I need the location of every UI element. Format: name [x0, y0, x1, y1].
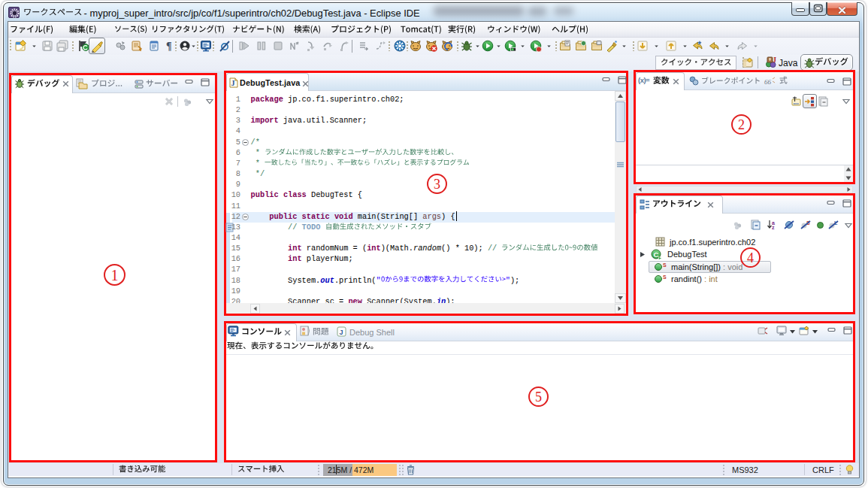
svg-text:S: S [663, 274, 667, 280]
svg-text:J: J [340, 329, 343, 336]
svg-text:66: 66 [764, 78, 772, 86]
svg-text:z: z [772, 225, 775, 230]
svg-text:S: S [663, 262, 667, 268]
svg-text:C: C [654, 250, 659, 259]
svg-text:J: J [231, 79, 235, 87]
svg-text:J: J [773, 56, 776, 64]
